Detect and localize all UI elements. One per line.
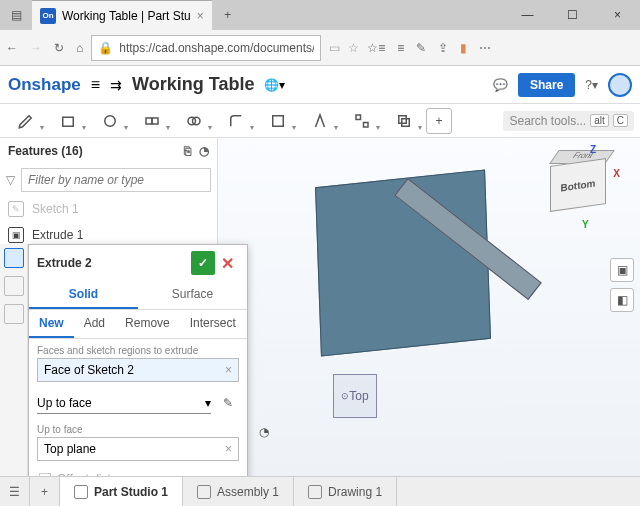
viewcube-bottom[interactable]: Bottom <box>550 158 606 212</box>
search-placeholder: Search tools... <box>509 114 586 128</box>
app-header: Onshape ≡ ⇉ Working Table 🌐▾ 💬 Share ?▾ <box>0 66 640 104</box>
upto-selection[interactable]: Top plane × <box>37 437 239 461</box>
filter-input[interactable] <box>21 168 211 192</box>
reading-list-icon[interactable]: ≡ <box>397 41 404 55</box>
help-icon[interactable]: ?▾ <box>585 78 598 92</box>
end-type-select[interactable]: Up to face <box>37 393 211 414</box>
confirm-button[interactable]: ✓ <box>191 251 215 275</box>
tab-new[interactable]: New <box>29 310 74 338</box>
axis-z: Z <box>590 144 596 155</box>
revolve-tool[interactable] <box>90 108 130 134</box>
section-view-button[interactable]: ◧ <box>610 288 634 312</box>
view-mode-button[interactable]: ▣ <box>610 258 634 282</box>
sketch-icon: ✎ <box>8 201 24 217</box>
filter-icon[interactable]: ▽ <box>6 173 15 187</box>
history-icon[interactable]: ◔ <box>253 421 275 443</box>
document-tabs: ☰ + Part Studio 1 Assembly 1 Drawing 1 <box>0 476 640 506</box>
pattern-tool[interactable] <box>342 108 382 134</box>
document-title[interactable]: Working Table <box>132 74 254 95</box>
user-avatar[interactable] <box>608 73 632 97</box>
browser-tab[interactable]: On Working Table | Part Stu × <box>32 0 212 30</box>
favorites-bar-icon[interactable]: ☆≡ <box>367 41 385 55</box>
close-window-button[interactable]: × <box>595 0 640 30</box>
browser-titlebar: ▤ On Working Table | Part Stu × + — ☐ × <box>0 0 640 30</box>
flip-direction-icon[interactable]: ✎ <box>217 392 239 414</box>
new-tab-button[interactable]: + <box>212 0 244 30</box>
svg-rect-7 <box>356 115 361 120</box>
tab-thumbnails-button[interactable]: ▤ <box>0 0 32 30</box>
boolean-tool[interactable] <box>384 108 424 134</box>
view-cube[interactable]: Front Bottom X Y Z <box>540 148 622 230</box>
tool-search[interactable]: Search tools... alt C <box>503 111 634 131</box>
globe-icon[interactable]: 🌐▾ <box>264 78 285 92</box>
tab-assembly[interactable]: Assembly 1 <box>183 477 294 506</box>
svg-rect-8 <box>364 122 369 127</box>
main-area: Features (16) ⎘ ◔ ▽ ✎Sketch 1 ▣Extrude 1… <box>0 138 640 476</box>
forward-button[interactable]: → <box>30 41 42 55</box>
insert-tool[interactable]: + <box>426 108 452 134</box>
extrude-tool[interactable] <box>48 108 88 134</box>
feature-toolbar: + Search tools... alt C <box>0 104 640 138</box>
svg-rect-3 <box>152 118 158 124</box>
draft-tool[interactable] <box>300 108 340 134</box>
reading-view-icon[interactable]: ▭ <box>329 41 340 55</box>
comments-icon[interactable]: 💬 <box>493 78 508 92</box>
faces-selection[interactable]: Face of Sketch 2 × <box>37 358 239 382</box>
minimize-button[interactable]: — <box>505 0 550 30</box>
3d-canvas[interactable]: ⊙ Top Front Bottom X Y Z ▣ ◧ <box>218 138 640 476</box>
svg-rect-0 <box>63 117 74 126</box>
refresh-button[interactable]: ↻ <box>54 41 64 55</box>
close-tab-icon[interactable]: × <box>197 9 204 23</box>
extensions-icon[interactable]: ▮ <box>460 41 467 55</box>
tab-list-button[interactable]: ☰ <box>0 477 30 506</box>
share-button[interactable]: Share <box>518 73 575 97</box>
extrude-dialog: Extrude 2 ✓ ✕ Solid Surface New Add Remo… <box>28 244 248 476</box>
home-button[interactable]: ⌂ <box>76 41 83 55</box>
sweep-tool[interactable] <box>132 108 172 134</box>
add-tab-button[interactable]: + <box>30 477 60 506</box>
tab-add[interactable]: Add <box>74 310 115 338</box>
sketch-tool[interactable] <box>6 108 46 134</box>
tab-part-studio[interactable]: Part Studio 1 <box>60 477 183 506</box>
clear-selection-icon[interactable]: × <box>225 363 232 377</box>
strip-parts-icon[interactable] <box>4 304 24 324</box>
strip-config-icon[interactable] <box>4 276 24 296</box>
add-feature-icon[interactable]: ⎘ <box>184 144 191 158</box>
cancel-button[interactable]: ✕ <box>215 251 239 275</box>
dialog-title: Extrude 2 <box>37 256 92 270</box>
rollback-icon[interactable]: ◔ <box>199 144 209 158</box>
loft-tool[interactable] <box>174 108 214 134</box>
more-icon[interactable]: ⋯ <box>479 41 491 55</box>
tab-drawing[interactable]: Drawing 1 <box>294 477 397 506</box>
tab-remove[interactable]: Remove <box>115 310 180 338</box>
tab-solid[interactable]: Solid <box>29 281 138 309</box>
svg-point-1 <box>105 115 116 126</box>
favorite-icon[interactable]: ☆ <box>348 41 359 55</box>
view-buttons: ▣ ◧ <box>610 258 634 312</box>
faces-label: Faces and sketch regions to extrude <box>37 345 239 356</box>
url-input[interactable]: 🔒 https://cad.onshape.com/documents/97de… <box>91 35 321 61</box>
tab-title: Working Table | Part Stu <box>62 9 191 23</box>
part-studio-icon <box>74 485 88 499</box>
tree-icon[interactable]: ⇉ <box>110 77 122 93</box>
3d-model: ⊙ Top <box>288 168 548 428</box>
upto-label: Up to face <box>37 424 239 435</box>
clear-upto-icon[interactable]: × <box>225 442 232 456</box>
strip-feature-icon[interactable] <box>4 248 24 268</box>
svg-rect-6 <box>273 115 284 126</box>
notes-icon[interactable]: ✎ <box>416 41 426 55</box>
fillet-tool[interactable] <box>216 108 256 134</box>
feature-sketch1[interactable]: ✎Sketch 1 <box>0 196 217 222</box>
shell-tool[interactable] <box>258 108 298 134</box>
onshape-logo[interactable]: Onshape <box>8 75 81 95</box>
tab-surface[interactable]: Surface <box>138 281 247 309</box>
maximize-button[interactable]: ☐ <box>550 0 595 30</box>
tab-intersect[interactable]: Intersect <box>180 310 246 338</box>
solid-surface-tabs: Solid Surface <box>29 281 247 310</box>
origin-plane[interactable]: ⊙ Top <box>333 374 377 418</box>
kbd-alt: alt <box>590 114 609 127</box>
offset-checkbox[interactable]: Offset distance <box>29 467 247 476</box>
menu-icon[interactable]: ≡ <box>91 76 100 94</box>
share-page-icon[interactable]: ⇪ <box>438 41 448 55</box>
back-button[interactable]: ← <box>6 41 18 55</box>
